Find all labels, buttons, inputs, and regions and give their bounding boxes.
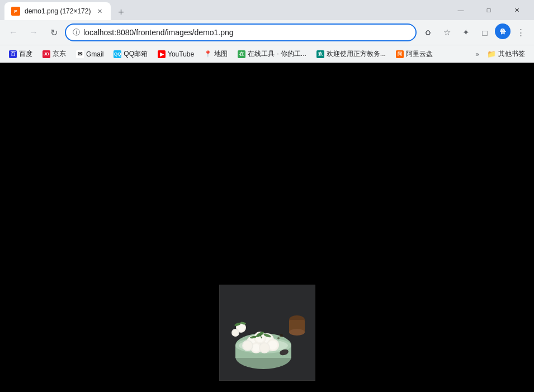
- more-icon: ⋮: [517, 27, 525, 37]
- tools-label: 在线工具 - 你的工...: [248, 49, 306, 59]
- reload-button[interactable]: ↻: [45, 23, 63, 41]
- svg-point-41: [280, 334, 283, 337]
- edu-label: 欢迎使用正方教务...: [327, 49, 386, 59]
- baidu-label: 百度: [19, 49, 32, 59]
- profile-button[interactable]: 鲁: [495, 23, 511, 39]
- svg-point-25: [252, 344, 260, 352]
- minimize-button[interactable]: —: [448, 1, 474, 19]
- bookmark-tools[interactable]: 在 在线工具 - 你的工...: [233, 47, 311, 61]
- title-bar: P demo1.png (172×172) ✕ + — □ ✕: [0, 0, 534, 20]
- security-icon: ⓘ: [73, 27, 80, 37]
- svg-point-27: [243, 341, 252, 350]
- close-button[interactable]: ✕: [504, 1, 530, 19]
- new-tab-button[interactable]: +: [113, 4, 129, 20]
- tab-area: P demo1.png (172×172) ✕ +: [4, 0, 226, 20]
- browser-tab-button[interactable]: □: [476, 23, 494, 41]
- tools-favicon: 在: [238, 50, 245, 58]
- bookmark-baidu[interactable]: 百 百度: [4, 47, 37, 61]
- gmail-label: Gmail: [86, 50, 103, 58]
- jd-favicon: JD: [42, 50, 50, 58]
- address-text: localhost:8080/frontend/images/demo1.png: [83, 28, 409, 37]
- image-container: [219, 285, 315, 381]
- share-button[interactable]: ⭘: [419, 23, 437, 41]
- qq-label: QQ邮箱: [124, 49, 148, 59]
- extensions-button[interactable]: ✦: [457, 23, 475, 41]
- folder-icon: 📁: [487, 50, 496, 58]
- reload-icon: ↻: [50, 27, 58, 38]
- qq-favicon: QQ: [114, 50, 121, 58]
- other-bookmarks-label: 其他书签: [498, 49, 525, 59]
- baidu-favicon: 百: [9, 50, 17, 58]
- alicloud-label: 阿里云盘: [406, 49, 433, 59]
- edu-favicon: 欢: [316, 50, 324, 58]
- svg-point-5: [289, 329, 305, 336]
- address-bar[interactable]: ⓘ localhost:8080/frontend/images/demo1.p…: [65, 23, 417, 41]
- jd-label: 京东: [53, 49, 66, 59]
- active-tab[interactable]: P demo1.png (172×172) ✕: [4, 2, 111, 20]
- puzzle-icon: ✦: [462, 27, 470, 37]
- back-button[interactable]: ←: [4, 23, 22, 41]
- bookmarks-bar: 百 百度 JD 京东 ✉ Gmail QQ QQ邮箱 ▶ YouTube 📍 地…: [0, 45, 534, 63]
- profile-avatar: 鲁: [500, 27, 506, 36]
- title-bar-controls: — □ ✕: [448, 1, 530, 19]
- star-icon: ☆: [443, 27, 451, 37]
- maps-favicon: 📍: [204, 50, 212, 58]
- youtube-label: YouTube: [168, 50, 194, 58]
- svg-point-29: [260, 343, 269, 352]
- forward-button[interactable]: →: [25, 23, 42, 41]
- bookmark-button[interactable]: ☆: [438, 23, 456, 41]
- svg-point-37: [232, 330, 238, 336]
- bookmark-jd[interactable]: JD 京东: [38, 47, 70, 61]
- bookmark-edu[interactable]: 欢 欢迎使用正方教务...: [312, 47, 390, 61]
- maps-label: 地图: [214, 49, 228, 59]
- tab-title: demo1.png (172×172): [25, 7, 91, 15]
- bookmark-maps[interactable]: 📍 地图: [200, 47, 232, 61]
- content-area: [0, 63, 534, 392]
- youtube-favicon: ▶: [158, 50, 166, 58]
- forward-icon: →: [29, 27, 38, 37]
- tab-favicon: P: [11, 7, 20, 16]
- other-bookmarks[interactable]: 📁 其他书签: [483, 47, 530, 61]
- bookmark-youtube[interactable]: ▶ YouTube: [153, 48, 199, 60]
- nav-actions: ⭘ ☆ ✦ □ 鲁 ⋮: [419, 23, 530, 41]
- bookmark-gmail[interactable]: ✉ Gmail: [72, 48, 108, 60]
- tab-icon: □: [482, 28, 487, 37]
- menu-button[interactable]: ⋮: [512, 23, 530, 41]
- gmail-favicon: ✉: [76, 50, 84, 58]
- bookmark-alicloud[interactable]: 阿 阿里云盘: [391, 47, 437, 61]
- tab-close-button[interactable]: ✕: [95, 7, 104, 16]
- alicloud-favicon: 阿: [396, 50, 404, 58]
- svg-point-42: [277, 337, 280, 339]
- nav-bar: ← → ↻ ⓘ localhost:8080/frontend/images/d…: [0, 20, 534, 45]
- back-icon: ←: [9, 27, 18, 37]
- more-bookmarks-button[interactable]: »: [473, 48, 481, 60]
- share-icon: ⭘: [424, 28, 432, 37]
- bookmark-qq[interactable]: QQ QQ邮箱: [109, 47, 152, 61]
- food-image: [220, 285, 315, 381]
- maximize-button[interactable]: □: [476, 1, 502, 19]
